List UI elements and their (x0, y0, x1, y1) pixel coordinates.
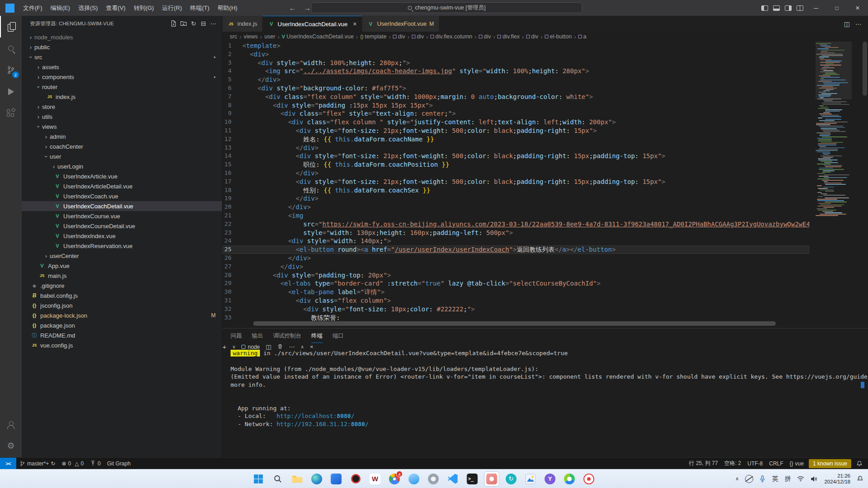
notifications-bell-icon[interactable] (853, 458, 868, 469)
breadcrumb-item[interactable]: VUserIndexCoachDetail.vue (282, 33, 354, 40)
feedback-status[interactable]: 0 (87, 458, 104, 469)
toggle-panel-icon[interactable] (770, 0, 782, 16)
maximize-panel-icon[interactable]: ∧ (301, 344, 304, 349)
tab-UserIndexCoachDetail.vue[interactable]: VUserIndexCoachDetail.vue× (263, 16, 362, 32)
panel-tab-输出[interactable]: 输出 (252, 328, 263, 343)
new-terminal-icon[interactable]: + (222, 343, 226, 351)
encoding[interactable]: UTF-8 (744, 458, 766, 469)
tree-item[interactable]: {}package.json (22, 320, 222, 330)
code-line[interactable]: 31 <div class="flex column"> (222, 296, 809, 305)
tree-item[interactable]: VUserIndexIndex.vue (22, 231, 222, 241)
menu-item[interactable]: 运行(R) (158, 0, 186, 16)
code-line[interactable]: 10 <div class="flex column " style="just… (222, 118, 809, 127)
tree-item[interactable]: ›src● (22, 52, 222, 62)
panel-tab-问题[interactable]: 问题 (231, 328, 242, 343)
taskbar-vscode-icon[interactable] (445, 471, 461, 487)
code-line[interactable]: 15 职位: {{ this.dataForm.coachPosition }} (222, 160, 809, 169)
menu-item[interactable]: 文件(F) (19, 0, 47, 16)
language-mode[interactable]: {} vue (787, 458, 807, 469)
command-center-search[interactable]: chengmu-swim-vue [管理员] (311, 2, 582, 13)
terminal-dropdown-icon[interactable]: ∨ (232, 344, 236, 349)
code-line[interactable]: 33 教练荣誉: (222, 314, 809, 322)
activity-search-icon[interactable] (0, 38, 22, 59)
tree-item[interactable]: ›coachCenter (22, 141, 222, 151)
tray-language-indicator[interactable]: 英 (772, 475, 778, 483)
panel-tab-端口[interactable]: 端口 (333, 328, 344, 343)
new-file-icon[interactable] (169, 19, 179, 28)
taskbar-settings-icon[interactable] (426, 471, 441, 487)
code-line[interactable]: 17 <div style="font-size: 21px;font-weig… (222, 178, 809, 186)
tree-item[interactable]: VUserIndexCourseDetail.vue (22, 221, 222, 231)
menu-item[interactable]: 查看(V) (102, 0, 129, 16)
code-line[interactable]: 23 style="width: 130px;height: 160px;pad… (222, 229, 809, 237)
problems-status[interactable]: ⊗0 △0 (58, 458, 87, 469)
tree-item[interactable]: ›userLogin (22, 161, 222, 171)
code-line[interactable]: 28 <div style="padding-top: 20px"> (222, 271, 809, 280)
breadcrumb-item[interactable]: div (526, 33, 538, 40)
split-editor-icon[interactable]: ◫ (844, 20, 850, 28)
code-line[interactable]: 29 <el-tabs type="border-card" :stretch=… (222, 279, 809, 288)
indentation[interactable]: 空格: 2 (721, 458, 744, 469)
breadcrumb-item[interactable]: div (393, 33, 405, 40)
breadcrumb-item[interactable]: div.flex.column (430, 33, 472, 40)
taskbar-qq-icon[interactable] (406, 471, 422, 487)
code-line[interactable]: 19 </div> (222, 194, 809, 203)
tree-item[interactable]: {}jsconfig.json (22, 300, 222, 310)
tree-item[interactable]: JSindex.js (22, 92, 222, 102)
breadcrumb-item[interactable]: views (244, 33, 258, 40)
close-button[interactable]: × (847, 0, 868, 16)
tab-index.js[interactable]: JSindex.js (222, 16, 263, 32)
tree-item[interactable]: VUserIndexArticleDetail.vue (22, 181, 222, 191)
code-line[interactable]: 21 <img (222, 211, 809, 220)
code-line[interactable]: 5 </div> (222, 75, 809, 84)
breadcrumb-item[interactable]: src (230, 33, 237, 40)
taskbar-windows-icon[interactable] (251, 471, 266, 487)
horizontal-scrollbar[interactable] (253, 321, 787, 326)
tree-item[interactable]: VApp.vue (22, 261, 222, 271)
activity-explorer-icon[interactable] (0, 16, 22, 38)
code-line[interactable]: 6 <div style="background-color: #faf7f5"… (222, 84, 809, 93)
taskbar-edge-icon[interactable] (309, 471, 325, 487)
breadcrumb-item[interactable]: a (578, 33, 586, 40)
nav-back-icon[interactable]: ← (285, 4, 300, 12)
code-line[interactable]: 16 </div> (222, 169, 809, 178)
menu-item[interactable]: 终端(T) (186, 0, 213, 16)
taskbar-search-icon[interactable] (270, 471, 286, 487)
code-line[interactable]: 20 </div> (222, 203, 809, 211)
refresh-icon[interactable]: ↻ (189, 19, 198, 28)
taskbar-recorder-icon[interactable] (581, 471, 597, 487)
breadcrumb-item[interactable]: div.flex (497, 33, 519, 40)
tree-item[interactable]: ›admin (22, 131, 222, 141)
code-line[interactable]: 7 <div class="flex column" style="width:… (222, 93, 809, 101)
breadcrumb-item[interactable]: user (264, 33, 275, 40)
known-issue-badge[interactable]: 1 known issue (807, 458, 853, 469)
menu-item[interactable]: 编辑(E) (47, 0, 74, 16)
taskbar-wps-icon[interactable]: W (368, 471, 383, 487)
code-line[interactable]: 2 <div> (222, 50, 809, 59)
taskbar-terminal-icon[interactable]: >_ (465, 471, 480, 487)
code-line[interactable]: 13 </div> (222, 144, 809, 152)
code-line[interactable]: 8 <div style="padding :15px 15px 15px 15… (222, 101, 809, 110)
tree-item[interactable]: ◈.gitignore (22, 281, 222, 291)
tree-item[interactable]: JSvue.config.js (22, 340, 222, 350)
tray-microphone-icon[interactable] (760, 475, 765, 483)
taskbar-blue-app-icon[interactable] (329, 471, 344, 487)
activity-run-debug-icon[interactable] (0, 81, 22, 103)
tree-item[interactable]: ›components● (22, 72, 222, 82)
code-line[interactable]: 25 <el-button round><a href="/user/userI… (222, 245, 809, 254)
maximize-button[interactable]: □ (826, 0, 847, 16)
code-line[interactable]: 14 <div style="font-size: 21px;font-weig… (222, 152, 809, 160)
code-line[interactable]: 27 </div> (222, 263, 809, 271)
code-line[interactable]: 32 <div style="font-size: 18px;color: #2… (222, 305, 809, 314)
toggle-sidebar-icon[interactable] (759, 0, 770, 16)
tray-chevron-up-icon[interactable]: ∧ (735, 476, 739, 482)
tray-wifi-icon[interactable] (797, 476, 804, 482)
collapse-all-icon[interactable]: ⊟ (198, 19, 208, 28)
tree-item[interactable]: ⓘREADME.md (22, 330, 222, 340)
panel-tab-调试控制台[interactable]: 调试控制台 (273, 328, 302, 343)
breadcrumb-item[interactable]: {}template (360, 33, 387, 40)
taskbar-sync-icon[interactable]: ↻ (504, 471, 519, 487)
tray-notifications-icon[interactable]: z (857, 475, 863, 482)
code-line[interactable]: 3 <div style="width: 100%;height: 280px;… (222, 59, 809, 67)
taskbar-chrome-icon[interactable]: 4 (387, 471, 402, 487)
